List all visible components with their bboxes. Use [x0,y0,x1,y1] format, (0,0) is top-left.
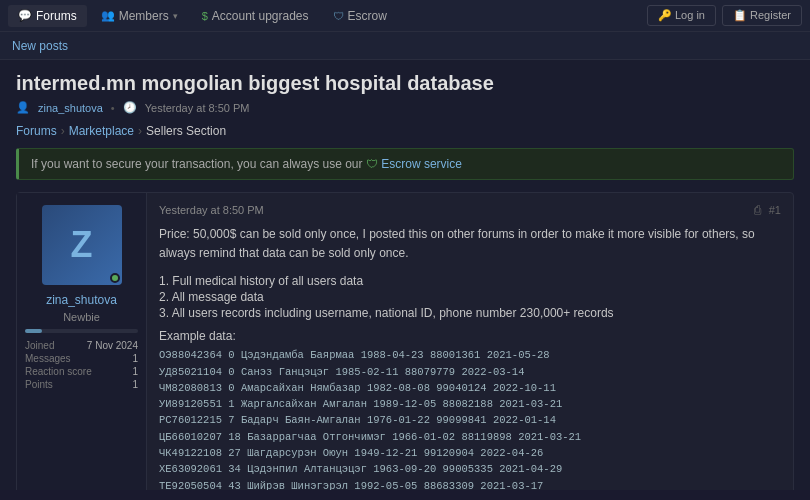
escrow-notice-icon: 🛡 [366,157,378,171]
post-price-text: Price: 50,000$ can be sold only once, I … [159,225,781,263]
nav-right: 🔑 Log in 📋 Register [647,5,802,26]
thread-title: intermed.mn mongolian biggest hospital d… [16,72,794,95]
second-bar: New posts [0,32,810,60]
register-icon: 📋 [733,9,747,21]
thread-author[interactable]: zina_shutova [38,102,103,114]
stat-points: Points 1 [25,378,138,391]
table-row: ТЕ92050504 43 Шийрэв Шинэгэрэл 1992-05-0… [159,478,781,491]
clock-icon: 🕗 [123,101,137,114]
data-table: ОЭ88042364 0 Цэдэндамба Баярмаа 1988-04-… [159,347,781,490]
breadcrumb: Forums › Marketplace › Sellers Section [16,124,794,138]
avatar: Z [42,205,122,285]
breadcrumb-marketplace[interactable]: Marketplace [69,124,134,138]
table-row: ОЭ88042364 0 Цэдэндамба Баярмаа 1988-04-… [159,347,781,363]
breadcrumb-current: Sellers Section [146,124,226,138]
forums-icon: 💬 [18,9,32,22]
table-row: ЧМ82080813 0 Амарсайхан Нямбазар 1982-08… [159,380,781,396]
table-row: РС76012215 7 Бадарч Баян-Амгалан 1976-01… [159,412,781,428]
list-item: 3. All users records including username,… [159,305,781,321]
post-list: 1. Full medical history of all users dat… [159,273,781,321]
members-icon: 👥 [101,9,115,22]
post-header: Yesterday at 8:50 PM ⎙ #1 [159,203,781,217]
escrow-shield-icon: 🛡 [333,10,344,22]
nav-forums[interactable]: 💬 Forums [8,5,87,27]
table-row: ЦБ66010207 18 Базаррагчаа Отгончимэг 196… [159,429,781,445]
online-status-dot [110,273,120,283]
user-progress-bar [25,329,138,333]
user-role: Newbie [63,311,100,323]
user-stats: Joined 7 Nov 2024 Messages 1 Reaction sc… [25,339,138,391]
table-row: УИ89120551 1 Жаргалсайхан Амгалан 1989-1… [159,396,781,412]
new-posts-link[interactable]: New posts [12,39,68,53]
breadcrumb-forums[interactable]: Forums [16,124,57,138]
stat-messages: Messages 1 [25,352,138,365]
post-username[interactable]: zina_shutova [46,293,117,307]
post-time: Yesterday at 8:50 PM [159,204,264,216]
example-label: Example data: [159,329,781,343]
user-progress-fill [25,329,42,333]
share-icon[interactable]: ⎙ [754,203,761,217]
nav-account-upgrades[interactable]: $ Account upgrades [192,5,319,27]
main-content: intermed.mn mongolian biggest hospital d… [0,60,810,490]
nav-escrow[interactable]: 🛡 Escrow [323,5,397,27]
escrow-service-link[interactable]: Escrow service [381,157,462,171]
stat-reaction: Reaction score 1 [25,365,138,378]
author-icon: 👤 [16,101,30,114]
list-item: 2. All message data [159,289,781,305]
table-row: ЧК49122108 27 Шагдарсурэн Оюун 1949-12-2… [159,445,781,461]
login-button[interactable]: 🔑 Log in [647,5,716,26]
login-icon: 🔑 [658,9,672,21]
post-number: #1 [769,204,781,216]
nav-members[interactable]: 👥 Members ▾ [91,5,188,27]
top-nav: 💬 Forums 👥 Members ▾ $ Account upgrades … [0,0,810,32]
thread-time: Yesterday at 8:50 PM [145,102,250,114]
register-button[interactable]: 📋 Register [722,5,802,26]
thread-meta: 👤 zina_shutova • 🕗 Yesterday at 8:50 PM [16,101,794,114]
table-row: УД85021104 0 Санэз Ганцэцэг 1985-02-11 8… [159,364,781,380]
post-body: Yesterday at 8:50 PM ⎙ #1 Price: 50,000$… [147,193,793,490]
stat-joined: Joined 7 Nov 2024 [25,339,138,352]
escrow-notice-text: If you want to secure your transaction, … [31,157,363,171]
escrow-notice: If you want to secure your transaction, … [16,148,794,180]
post-container: Z zina_shutova Newbie Joined 7 Nov 2024 … [16,192,794,490]
post-actions: ⎙ #1 [754,203,781,217]
table-row: ХЕ63092061 34 Цэдэнпил Алтанцэцэг 1963-0… [159,461,781,477]
user-sidebar: Z zina_shutova Newbie Joined 7 Nov 2024 … [17,193,147,490]
dollar-icon: $ [202,10,208,22]
list-item: 1. Full medical history of all users dat… [159,273,781,289]
